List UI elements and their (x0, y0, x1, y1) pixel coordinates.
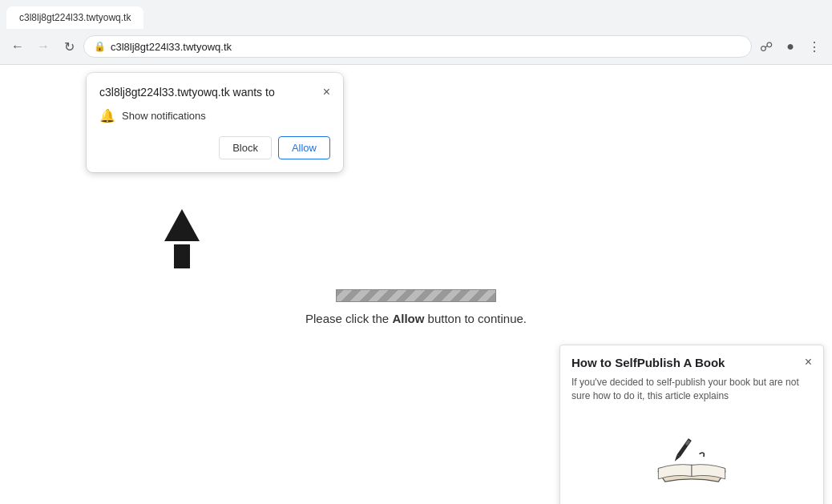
notification-popup: c3l8lj8gt224l33.twtyowq.tk wants to × 🔔 … (87, 73, 343, 172)
loading-suffix: button to continue. (424, 312, 527, 325)
arrow-up-icon (164, 209, 200, 241)
menu-icon: ⋮ (808, 39, 821, 54)
page-content: c3l8lj8gt224l33.twtyowq.tk wants to × 🔔 … (0, 65, 832, 504)
menu-button[interactable]: ⋮ (803, 35, 826, 58)
arrow-container (164, 209, 200, 268)
address-bar[interactable]: 🔒 c3l8lj8gt224l33.twtyowq.tk (83, 35, 752, 58)
popup-title: c3l8lj8gt224l33.twtyowq.tk wants to (99, 86, 275, 99)
reload-button[interactable]: ↻ (58, 35, 80, 58)
loading-prefix: Please click the (305, 312, 392, 325)
loading-allow-text: Allow (392, 312, 424, 325)
permission-label: Show notifications (122, 110, 206, 122)
bookmark-button[interactable]: ☍ (755, 35, 777, 58)
popup-close-button[interactable]: × (323, 86, 330, 99)
allow-button[interactable]: Allow (278, 136, 330, 159)
forward-button[interactable]: → (32, 35, 55, 58)
browser-chrome: c3l8lj8gt224l33.twtyowq.tk ← → ↻ 🔒 c3l8l… (0, 0, 832, 65)
profile-icon: ● (786, 39, 794, 54)
arrow-stem (174, 244, 190, 268)
book-illustration (652, 426, 732, 490)
loading-bar (336, 289, 496, 302)
bookmark-icon: ☍ (760, 39, 773, 54)
profile-button[interactable]: ● (779, 35, 802, 58)
side-panel-header: How to SelfPublish A Book × (560, 345, 823, 376)
tab-title: c3l8lj8gt224l33.twtyowq.tk (19, 12, 131, 23)
reload-icon: ↻ (64, 39, 75, 54)
back-button[interactable]: ← (6, 35, 29, 58)
browser-tab[interactable]: c3l8lj8gt224l33.twtyowq.tk (6, 6, 143, 29)
popup-buttons: Block Allow (99, 136, 330, 159)
side-panel: How to SelfPublish A Book × If you've de… (559, 345, 824, 504)
side-panel-image (560, 413, 823, 504)
back-icon: ← (11, 39, 24, 54)
side-panel-title: How to SelfPublish A Book (571, 356, 725, 369)
loading-bar-container: Please click the Allow button to continu… (305, 289, 527, 325)
lock-icon: 🔒 (94, 41, 106, 52)
block-button[interactable]: Block (219, 136, 272, 159)
side-panel-description: If you've decided to self-publish your b… (560, 376, 823, 413)
loading-text: Please click the Allow button to continu… (305, 312, 527, 325)
side-panel-close-button[interactable]: × (805, 355, 812, 369)
bell-icon: 🔔 (99, 108, 115, 123)
forward-icon: → (37, 39, 50, 54)
popup-header: c3l8lj8gt224l33.twtyowq.tk wants to × (99, 86, 330, 99)
nav-right-buttons: ☍ ● ⋮ (755, 35, 826, 58)
popup-permission-row: 🔔 Show notifications (99, 108, 330, 123)
url-text: c3l8lj8gt224l33.twtyowq.tk (111, 41, 741, 53)
